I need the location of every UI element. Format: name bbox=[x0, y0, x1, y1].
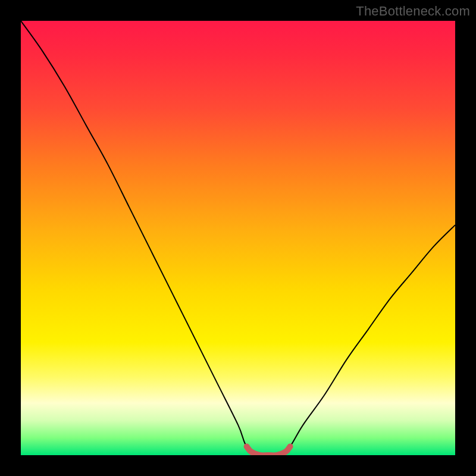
plot-area bbox=[21, 21, 455, 455]
watermark-text: TheBottleneck.com bbox=[356, 4, 470, 19]
optimal-highlight bbox=[21, 21, 455, 455]
chart-frame: TheBottleneck.com bbox=[0, 0, 476, 476]
optimal-highlight-path bbox=[247, 446, 290, 455]
